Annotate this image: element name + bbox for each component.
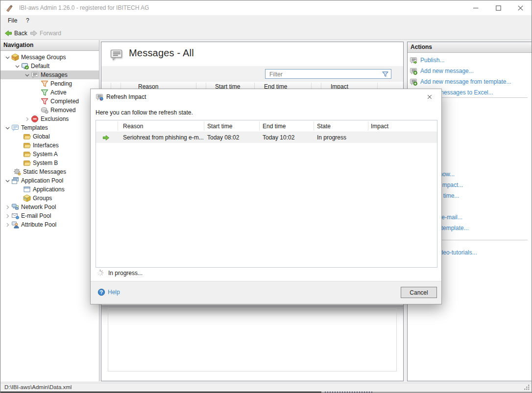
action-add-new-message[interactable]: Add new message... [410,67,474,75]
tree-item-attribute-pool[interactable]: Attribute Pool [0,220,99,229]
action-add-message-from-template[interactable]: Add new message from template... [410,77,511,86]
action-label: Add new message... [420,68,474,74]
cell-start-time: Today 08:02 [207,134,239,141]
tree-item-label: Active [50,89,67,96]
filter-bar [101,66,403,82]
network-pool-icon [11,203,19,211]
folder-icon [23,159,31,167]
back-label: Back [14,30,27,37]
menu-help[interactable]: ? [23,15,32,26]
chevron-collapsed-icon[interactable] [3,221,11,228]
filter-funnel-icon[interactable] [382,70,389,78]
tree-item-removed[interactable]: Removed [0,106,99,115]
tree-item-messages[interactable]: Messages [0,70,99,79]
tree-item-label: Attribute Pool [21,221,56,228]
tree-item-completed[interactable]: Completed [0,97,99,106]
table-header-reason[interactable]: Reason [123,123,143,130]
back-button[interactable]: Back [4,28,27,38]
column-separator [118,121,118,131]
table-header-row: Reason Start time End time State Impact [96,120,437,132]
progress-status: In progress... [108,270,143,277]
chevron-collapsed-icon[interactable] [3,204,11,210]
forward-button[interactable]: Forward [30,28,61,38]
static-messages-icon [13,168,21,176]
tree-item-global[interactable]: Global [0,132,99,141]
cancel-button[interactable]: Cancel [401,287,437,298]
app-logo-icon [5,4,13,12]
message-groups-icon [11,53,19,61]
filter-input[interactable] [268,70,378,79]
refresh-state-table: Reason Start time End time State Impact … [96,120,437,268]
tree-item-static-messages[interactable]: Static Messages [0,167,99,176]
tree-item-pending[interactable]: Pending [0,79,99,88]
column-separator [368,121,368,131]
tree-item-exclusions[interactable]: Exclusions [0,115,99,123]
tree-item-system-a[interactable]: System A [0,150,99,159]
chevron-expanded-icon[interactable] [3,124,11,131]
menu-file[interactable]: File [5,15,20,26]
chevron-expanded-icon[interactable] [3,177,11,184]
table-row[interactable]: Seriohreat from phishing e-m... Today 08… [96,132,437,143]
table-header-impact[interactable]: Impact [371,123,388,130]
menu-bar: File ? [0,15,532,26]
tree-item-active[interactable]: Active [0,88,99,97]
dialog-close-button[interactable] [424,92,435,102]
forward-label: Forward [40,30,61,37]
column-separator [259,121,260,131]
data-file-path: D:\IBI-aws\Admin\Data.xml [4,384,72,390]
actions-header: Actions [408,42,532,53]
close-button[interactable] [509,0,532,15]
minimize-button[interactable] [464,0,487,15]
column-separator [204,121,204,131]
tree-item-network-pool[interactable]: Network Pool [0,203,99,211]
window-title: IBI-aws Admin 1.26.0 - registered for IB… [19,0,149,15]
tree-item-label: Network Pool [21,204,56,210]
dialog-title: Refresh Impact [106,93,146,100]
table-header-end-time[interactable]: End time [263,123,286,130]
tree-item-interfaces[interactable]: Interfaces [0,141,99,150]
table-header-start-time[interactable]: Start time [207,123,232,130]
exclusions-icon [31,115,39,123]
tree-item-label: Global [33,133,50,140]
toolbar: Back Forward [0,26,532,40]
chevron-placeholder [33,89,41,96]
application-pool-icon [11,177,19,185]
cell-state: In progress [317,134,346,141]
tree-item-system-b[interactable]: System B [0,159,99,167]
tree-item-application-pool[interactable]: Application Pool [0,176,99,185]
templates-icon [11,124,19,132]
tree-item-message-groups[interactable]: Message Groups [0,53,99,62]
dialog-footer: Help Cancel [91,281,441,304]
chevron-collapsed-icon[interactable] [3,212,11,219]
maximize-button[interactable] [487,0,509,15]
tree-item-label: Groups [33,195,52,202]
removed-icon [41,106,48,114]
tree-item-applications[interactable]: Applications [0,185,99,194]
tree-item-label: System A [33,151,58,158]
tree-item-templates[interactable]: Templates [0,123,99,132]
chevron-expanded-icon[interactable] [3,54,11,61]
cell-reason: Seriohreat from phishing e-m... [123,134,204,141]
green-arrow-icon [102,134,110,141]
tree-item-label: Message Groups [21,54,66,61]
table-header-state[interactable]: State [317,123,331,130]
tree-item-default[interactable]: Default [0,62,99,70]
resize-grip-icon[interactable] [524,384,530,391]
tree-item-email-pool[interactable]: E-mail Pool [0,211,99,220]
tree-item-label: Exclusions [41,116,69,122]
tree-item-groups[interactable]: Groups [0,194,99,203]
tree-item-label: Default [31,63,49,69]
action-publish[interactable]: Publish... [410,56,444,65]
status-bar: D:\IBI-aws\Admin\Data.xml [0,383,532,392]
tree-item-label: System B [33,160,58,166]
add-message-icon [410,67,417,75]
chevron-expanded-icon[interactable] [23,71,31,78]
add-message-icon [410,78,417,86]
maximize-icon [496,5,501,11]
chevron-collapsed-icon[interactable] [23,116,31,122]
help-link[interactable]: Help [97,288,120,296]
chevron-expanded-icon[interactable] [13,63,21,69]
chevron-placeholder [33,80,41,87]
applications-icon [23,185,31,193]
help-label: Help [108,289,120,296]
